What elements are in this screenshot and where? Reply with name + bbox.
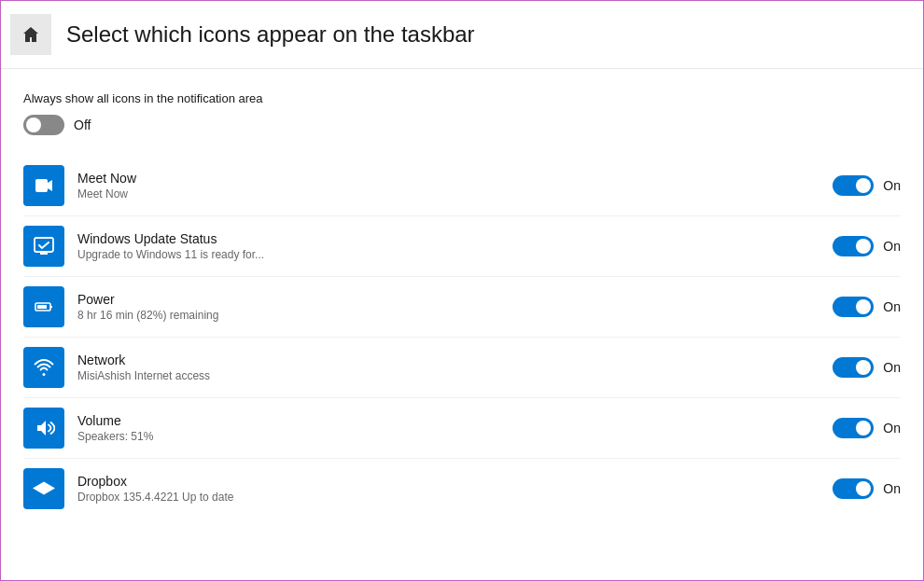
item-toggle-area-windows-update-status: On	[833, 236, 901, 256]
item-icon-windows-update-status	[23, 226, 64, 267]
icon-items-list: Meet Now Meet Now On Windows Update Stat…	[23, 156, 901, 519]
item-toggle-area-power: On	[833, 297, 901, 317]
content-area: Always show all icons in the notificatio…	[1, 69, 923, 537]
item-desc-meet-now: Meet Now	[77, 187, 814, 201]
always-show-toggle-row: Off	[23, 115, 901, 135]
item-toggle-label-dropbox: On	[883, 481, 901, 496]
item-text-meet-now: Meet Now Meet Now	[77, 171, 814, 201]
item-row-power: Power 8 hr 16 min (82%) remaining On	[23, 277, 901, 338]
home-button[interactable]	[10, 14, 51, 55]
home-icon	[21, 25, 40, 44]
item-desc-windows-update-status: Upgrade to Windows 11 is ready for...	[77, 248, 814, 261]
svg-rect-4	[37, 305, 47, 309]
item-toggle-label-volume: On	[883, 421, 901, 436]
item-icon-network	[23, 347, 64, 388]
item-toggle-label-meet-now: On	[883, 178, 901, 193]
item-toggle-meet-now[interactable]	[833, 175, 874, 196]
item-row-volume: Volume Speakers: 51% On	[23, 398, 901, 459]
item-toggle-area-meet-now: On	[833, 175, 901, 196]
item-text-network: Network MisiAshish Internet access	[77, 353, 814, 382]
item-name-dropbox: Dropbox	[77, 474, 814, 489]
item-toggle-network[interactable]	[833, 357, 874, 378]
item-icon-dropbox	[23, 468, 64, 509]
item-toggle-area-volume: On	[833, 418, 901, 438]
always-show-label: Always show all icons in the notificatio…	[23, 91, 901, 105]
item-name-network: Network	[77, 353, 814, 367]
item-text-dropbox: Dropbox Dropbox 135.4.4221 Up to date	[77, 474, 814, 504]
svg-marker-1	[48, 180, 52, 191]
item-icon-power	[23, 286, 64, 327]
item-icon-volume	[23, 408, 64, 449]
item-toggle-area-network: On	[833, 357, 901, 378]
item-row-dropbox: Dropbox Dropbox 135.4.4221 Up to date On	[23, 459, 901, 519]
item-text-windows-update-status: Windows Update Status Upgrade to Windows…	[77, 231, 814, 261]
svg-rect-2	[35, 238, 53, 252]
item-name-meet-now: Meet Now	[77, 171, 814, 186]
svg-rect-5	[50, 306, 52, 308]
item-name-power: Power	[77, 292, 814, 307]
item-row-meet-now: Meet Now Meet Now On	[23, 156, 901, 216]
header: Select which icons appear on the taskbar	[1, 1, 923, 69]
item-toggle-area-dropbox: On	[833, 478, 901, 499]
item-name-windows-update-status: Windows Update Status	[77, 231, 814, 246]
always-show-toggle-label: Off	[74, 118, 91, 132]
item-toggle-label-network: On	[883, 360, 901, 375]
item-desc-dropbox: Dropbox 135.4.4221 Up to date	[77, 491, 814, 504]
item-toggle-label-windows-update-status: On	[883, 239, 901, 254]
svg-marker-6	[37, 421, 46, 436]
item-desc-network: MisiAshish Internet access	[77, 369, 814, 382]
item-desc-power: 8 hr 16 min (82%) remaining	[77, 309, 814, 322]
item-row-windows-update-status: Windows Update Status Upgrade to Windows…	[23, 216, 901, 277]
item-toggle-windows-update-status[interactable]	[833, 236, 874, 256]
item-toggle-label-power: On	[883, 299, 901, 314]
item-name-volume: Volume	[77, 413, 814, 428]
svg-rect-0	[35, 179, 48, 192]
item-icon-meet-now	[23, 165, 64, 206]
item-toggle-volume[interactable]	[833, 418, 874, 438]
item-text-volume: Volume Speakers: 51%	[77, 413, 814, 443]
page-title: Select which icons appear on the taskbar	[66, 21, 475, 48]
item-row-network: Network MisiAshish Internet access On	[23, 338, 901, 398]
item-toggle-dropbox[interactable]	[833, 478, 874, 499]
item-desc-volume: Speakers: 51%	[77, 430, 814, 443]
item-toggle-power[interactable]	[833, 297, 874, 317]
always-show-toggle[interactable]	[23, 115, 64, 135]
item-text-power: Power 8 hr 16 min (82%) remaining	[77, 292, 814, 322]
